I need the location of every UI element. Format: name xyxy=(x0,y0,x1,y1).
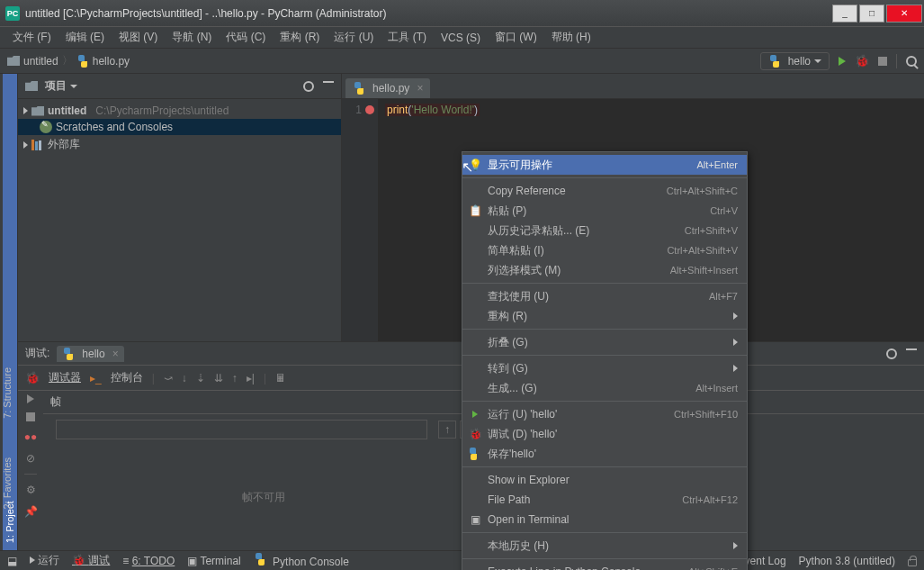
menu-file[interactable]: 文件 (F) xyxy=(7,28,57,47)
force-step-icon[interactable]: ⇊ xyxy=(214,372,223,385)
tree-scratches[interactable]: Scratches and Consoles xyxy=(18,119,341,135)
status-terminal[interactable]: ▣ Terminal xyxy=(187,555,240,567)
status-todo[interactable]: ≡ 6: TODO xyxy=(122,555,175,567)
debug-session-tab[interactable]: hello × xyxy=(57,346,123,362)
menu-window[interactable]: 窗口 (W) xyxy=(489,28,543,47)
expand-arrow-icon[interactable] xyxy=(23,107,28,114)
chevron-down-icon xyxy=(70,85,77,88)
tree-project-root[interactable]: untitled C:\PycharmProjects\untitled xyxy=(18,103,341,119)
rerun-button[interactable] xyxy=(27,394,34,403)
ctx-execute-line[interactable]: Execute Line in Python Console Alt+Shift… xyxy=(462,562,747,570)
status-python-console[interactable]: Python Console xyxy=(254,553,349,568)
folder-icon xyxy=(31,106,44,116)
chevron-down-icon xyxy=(814,59,821,63)
close-button[interactable]: ✕ xyxy=(886,5,922,23)
interpreter-status[interactable]: Python 3.8 (untitled) xyxy=(799,555,895,567)
ctx-paste-simple[interactable]: 简单粘贴 (I) Ctrl+Alt+Shift+V xyxy=(462,240,747,260)
stop-button[interactable] xyxy=(26,412,35,421)
settings-icon[interactable]: ⚙ xyxy=(26,484,36,496)
menu-view[interactable]: 视图 (V) xyxy=(113,28,163,47)
lock-icon[interactable] xyxy=(908,559,917,566)
breadcrumb-project-label: untitled xyxy=(23,55,58,68)
breakpoint-icon[interactable] xyxy=(365,105,374,114)
gear-icon[interactable] xyxy=(303,81,314,92)
frames-empty-text: 帧不可用 xyxy=(43,445,483,550)
ctx-refactor[interactable]: 重构 (R) xyxy=(462,306,747,326)
mute-breakpoints-icon[interactable]: ⊘ xyxy=(26,452,35,465)
menu-code[interactable]: 代码 (C) xyxy=(220,28,271,47)
debugger-tab[interactable]: 调试器 xyxy=(49,370,81,385)
thread-selector[interactable] xyxy=(56,420,427,439)
maximize-button[interactable]: □ xyxy=(859,5,884,23)
close-icon[interactable]: × xyxy=(112,348,119,360)
run-icon xyxy=(468,411,482,418)
menu-run[interactable]: 运行 (U) xyxy=(328,28,379,47)
debug-button[interactable]: 🐞 xyxy=(855,54,869,68)
run-configuration-selector[interactable]: hello xyxy=(760,52,830,70)
ctx-find-usages[interactable]: 查找使用 (U) Alt+F7 xyxy=(462,286,747,306)
expand-arrow-icon[interactable] xyxy=(23,141,28,149)
menu-tools[interactable]: 工具 (T) xyxy=(382,28,432,47)
project-panel-title[interactable]: 项目 xyxy=(25,78,77,94)
run-button[interactable] xyxy=(839,57,846,66)
stop-button[interactable] xyxy=(878,57,887,66)
minimize-button[interactable]: _ xyxy=(832,5,857,23)
menu-refactor[interactable]: 重构 (R) xyxy=(274,28,325,47)
search-everywhere-button[interactable] xyxy=(906,56,917,67)
ctx-save[interactable]: 保存'hello' xyxy=(462,444,747,464)
breadcrumb-project[interactable]: untitled xyxy=(7,55,58,68)
ctx-debug[interactable]: 🐞 调试 (D) 'hello' xyxy=(462,424,747,444)
ctx-local-history[interactable]: 本地历史 (H) xyxy=(462,536,747,556)
frame-up-button[interactable]: ↑ xyxy=(438,421,456,439)
hide-button[interactable] xyxy=(323,81,334,83)
menubar: 文件 (F) 编辑 (E) 视图 (V) 导航 (N) 代码 (C) 重构 (R… xyxy=(0,27,924,49)
ctx-folding[interactable]: 折叠 (G) xyxy=(462,332,747,352)
view-breakpoints-icon[interactable]: ●● xyxy=(24,430,38,443)
project-tool-window: 项目 untitled C:\PycharmProjects\untitled xyxy=(18,74,342,341)
sidetab-favorites[interactable]: 2: Favorites xyxy=(0,450,14,516)
run-to-cursor-icon[interactable]: ▸| xyxy=(247,372,255,385)
status-run[interactable]: 运行 xyxy=(30,553,59,568)
debug-tab-icon[interactable]: 🐞 xyxy=(25,371,40,385)
ctx-goto[interactable]: 转到 (G) xyxy=(462,358,747,378)
library-icon xyxy=(31,140,44,150)
scratches-icon xyxy=(40,121,52,133)
gear-icon[interactable] xyxy=(886,348,897,359)
debug-left-toolbar: ●● ⊘ ⚙ 📌 xyxy=(18,391,43,550)
submenu-arrow-icon xyxy=(733,365,738,372)
ctx-run[interactable]: 运行 (U) 'hello' Ctrl+Shift+F10 xyxy=(462,404,747,424)
ctx-paste[interactable]: 📋 粘贴 (P) Ctrl+V xyxy=(462,201,747,221)
ctx-open-terminal[interactable]: ▣ Open in Terminal xyxy=(462,510,747,529)
step-into-icon[interactable]: ↓ xyxy=(182,372,187,385)
ctx-generate[interactable]: 生成... (G) Alt+Insert xyxy=(462,378,747,398)
step-into-my-icon[interactable]: ⇣ xyxy=(196,372,205,385)
evaluate-icon[interactable]: 🖩 xyxy=(275,372,286,385)
menu-edit[interactable]: 编辑 (E) xyxy=(60,28,110,47)
ctx-show-actions[interactable]: 💡 显示可用操作 Alt+Enter xyxy=(462,155,747,175)
menu-help[interactable]: 帮助 (H) xyxy=(546,28,597,47)
menu-vcs[interactable]: VCS (S) xyxy=(435,30,486,46)
step-out-icon[interactable]: ↑ xyxy=(232,372,238,385)
status-debug[interactable]: 🐞 调试 xyxy=(72,553,110,568)
ctx-column-select[interactable]: 列选择模式 (M) Alt+Shift+Insert xyxy=(462,260,747,280)
breadcrumb-file[interactable]: hello.py xyxy=(76,55,130,68)
submenu-arrow-icon xyxy=(733,339,738,346)
pin-icon[interactable]: 📌 xyxy=(24,505,38,518)
ctx-file-path[interactable]: File Path Ctrl+Alt+F12 xyxy=(462,490,747,510)
show-tool-windows-icon[interactable]: ⬓ xyxy=(7,555,17,567)
editor-tab-hello[interactable]: hello.py × xyxy=(345,78,430,98)
project-tree: untitled C:\PycharmProjects\untitled Scr… xyxy=(18,99,341,158)
editor-tabs: hello.py × xyxy=(342,74,924,99)
line-number-1[interactable]: 1 xyxy=(342,102,378,118)
console-tab[interactable]: 控制台 xyxy=(111,370,143,385)
tree-external-libs[interactable]: 外部库 xyxy=(18,135,341,154)
sidetab-structure[interactable]: 7: Structure xyxy=(0,360,14,426)
step-over-icon[interactable]: ⤻ xyxy=(164,372,173,385)
editor-gutter[interactable]: 1 xyxy=(342,99,378,341)
hide-button[interactable] xyxy=(906,348,917,350)
close-tab-icon[interactable]: × xyxy=(417,82,423,95)
ctx-paste-history[interactable]: 从历史记录粘贴... (E) Ctrl+Shift+V xyxy=(462,221,747,240)
menu-navigate[interactable]: 导航 (N) xyxy=(166,28,217,47)
ctx-show-explorer[interactable]: Show in Explorer xyxy=(462,470,747,490)
ctx-copy-reference[interactable]: Copy Reference Ctrl+Alt+Shift+C xyxy=(462,181,747,201)
